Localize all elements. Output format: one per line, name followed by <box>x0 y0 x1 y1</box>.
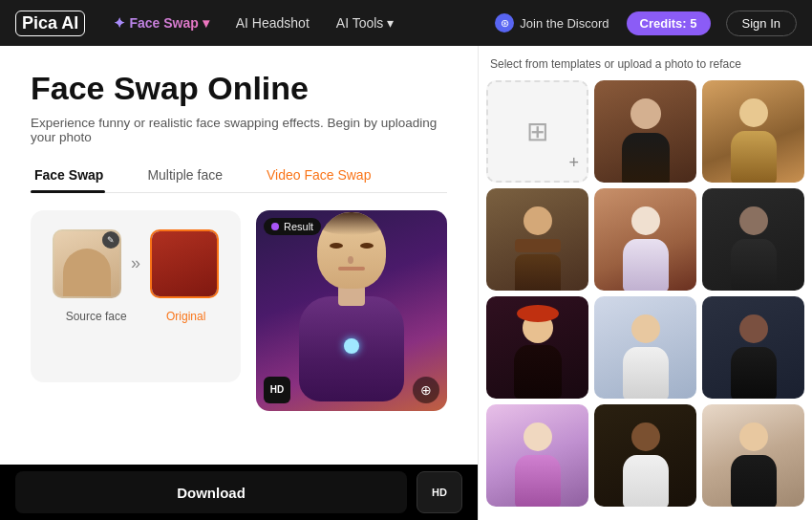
page-title: Face Swap Online <box>31 69 447 108</box>
badge-dot <box>271 223 279 230</box>
hd-badge[interactable]: HD <box>264 377 290 403</box>
left-panel: Face Swap Online Experience funny or rea… <box>0 46 478 520</box>
template-item-6[interactable] <box>486 296 588 399</box>
faces-row: ✎ » <box>53 229 219 298</box>
download-button[interactable]: Download <box>15 471 407 513</box>
edit-icon: ✎ <box>102 231 119 249</box>
template-item-5[interactable] <box>702 188 804 291</box>
result-badge: Result <box>264 218 321 235</box>
discord-button[interactable]: ⊛ Join the Discord <box>495 13 609 32</box>
template-item-11[interactable] <box>702 404 804 507</box>
tab-multiple-face[interactable]: Multiple face <box>143 162 240 192</box>
page-subtitle: Experience funny or realistic face swapp… <box>31 116 447 144</box>
credits-button[interactable]: Credits: 5 <box>627 11 711 35</box>
upload-icon: ⊞ <box>526 116 548 147</box>
source-face-image[interactable]: ✎ <box>53 229 121 298</box>
template-item-8[interactable] <box>702 296 804 399</box>
zoom-icon[interactable]: ⊕ <box>413 377 439 403</box>
template-item-10[interactable] <box>594 404 696 507</box>
discord-icon: ⊛ <box>495 13 514 32</box>
star-icon: ✦ <box>114 15 125 31</box>
result-box: Result <box>256 210 447 411</box>
chevron-down-icon: ▾ <box>387 15 394 31</box>
navbar: Pica AI ✦ Face Swap ▾ AI Headshot AI Too… <box>0 0 812 46</box>
signin-button[interactable]: Sign In <box>726 11 797 36</box>
template-item-9[interactable] <box>486 404 588 507</box>
nav-face-swap[interactable]: ✦ Face Swap ▾ <box>104 11 218 34</box>
template-upload[interactable]: ⊞ + <box>486 80 588 183</box>
right-hint: Select from templates or upload a photo … <box>486 57 804 71</box>
ironman-face <box>152 231 217 296</box>
template-item-4[interactable] <box>594 188 696 291</box>
template-item-2[interactable] <box>702 80 804 183</box>
template-item-3[interactable] <box>486 188 588 291</box>
chevron-down-icon: ▾ <box>203 15 209 31</box>
right-panel: Select from templates or upload a photo … <box>478 46 812 520</box>
source-box: ✎ » Source face Original <box>31 210 241 382</box>
main-content: Face Swap Online Experience funny or rea… <box>0 46 812 520</box>
template-grid: ⊞ + <box>486 80 804 507</box>
face-labels: Source face Original <box>46 310 225 323</box>
template-item-7[interactable] <box>594 296 696 399</box>
tab-video-face-swap[interactable]: Video Face Swap <box>263 162 388 192</box>
arrow-icon: » <box>131 253 140 273</box>
original-face-label: Original <box>166 310 205 323</box>
original-face-image[interactable] <box>150 229 219 298</box>
swap-area: ✎ » Source face Original Result <box>31 210 447 411</box>
download-bar: Download HD <box>0 465 478 520</box>
template-item-1[interactable] <box>594 80 696 183</box>
nav-ai-headshot[interactable]: AI Headshot <box>226 11 319 34</box>
plus-icon: + <box>568 153 579 173</box>
nav-ai-tools[interactable]: AI Tools ▾ <box>327 11 404 34</box>
source-face-label: Source face <box>66 310 127 323</box>
tab-face-swap[interactable]: Face Swap <box>31 162 120 192</box>
hd-icon-button[interactable]: HD <box>417 471 462 513</box>
result-face-figure <box>289 239 414 401</box>
logo[interactable]: Pica AI <box>15 11 85 36</box>
tabs: Face Swap Multiple face Video Face Swap <box>31 162 447 193</box>
